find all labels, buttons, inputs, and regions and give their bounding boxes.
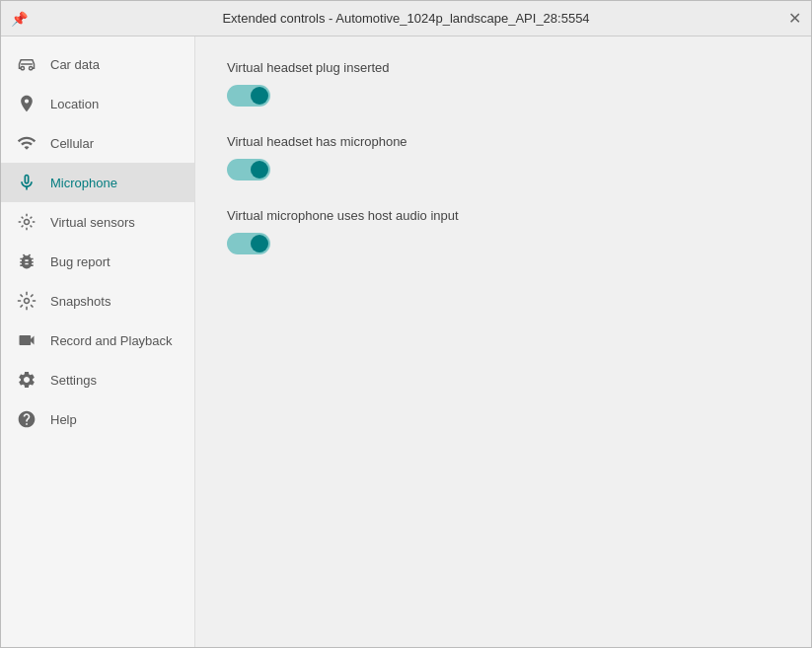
toggle-label-headset-plug: Virtual headset plug inserted <box>227 60 779 75</box>
window-title: Extended controls - Automotive_1024p_lan… <box>222 11 589 26</box>
car-icon <box>17 54 37 74</box>
toggle-track-headset-plug <box>227 85 270 107</box>
toggle-thumb-headset-mic <box>251 161 268 179</box>
sidebar: Car dataLocationCellularMicrophoneVirtua… <box>1 36 195 647</box>
main-window: 📌 Extended controls - Automotive_1024p_l… <box>0 0 812 648</box>
sidebar-label-bug-report: Bug report <box>50 254 111 269</box>
sidebar-label-car-data: Car data <box>50 57 100 72</box>
main-content: Virtual headset plug insertedVirtual hea… <box>195 36 811 647</box>
settings-icon <box>17 370 37 390</box>
content-area: Car dataLocationCellularMicrophoneVirtua… <box>1 36 811 647</box>
sidebar-item-help[interactable]: Help <box>1 399 194 439</box>
sidebar-label-location: Location <box>50 97 99 111</box>
toggle-switch-headset-mic[interactable] <box>227 159 270 180</box>
toggle-switch-headset-plug[interactable] <box>227 85 270 107</box>
sidebar-label-virtual-sensors: Virtual sensors <box>50 215 135 230</box>
microphone-icon <box>17 173 37 192</box>
toggle-thumb-headset-plug <box>251 87 268 105</box>
sidebar-label-help: Help <box>50 412 77 427</box>
toggle-row-headset-mic: Virtual headset has microphone <box>227 134 779 180</box>
close-button[interactable]: ✕ <box>788 11 801 27</box>
toggle-switch-host-audio[interactable] <box>227 233 270 254</box>
sidebar-item-record-playback[interactable]: Record and Playback <box>1 321 194 360</box>
snapshots-icon <box>17 291 37 311</box>
sidebar-item-virtual-sensors[interactable]: Virtual sensors <box>1 202 194 242</box>
pin-button[interactable]: 📌 <box>11 11 28 27</box>
toggle-row-headset-plug: Virtual headset plug inserted <box>227 60 779 107</box>
sidebar-item-car-data[interactable]: Car data <box>1 44 194 84</box>
svg-point-1 <box>30 67 33 70</box>
sidebar-item-bug-report[interactable]: Bug report <box>1 242 194 281</box>
toggle-thumb-host-audio <box>251 235 268 252</box>
svg-point-2 <box>25 220 30 225</box>
sidebar-label-record-playback: Record and Playback <box>50 333 173 348</box>
location-icon <box>17 94 37 113</box>
svg-point-3 <box>25 299 30 304</box>
sidebar-item-snapshots[interactable]: Snapshots <box>1 281 194 321</box>
toggle-row-host-audio: Virtual microphone uses host audio input <box>227 208 779 254</box>
sidebar-label-settings: Settings <box>50 373 97 388</box>
titlebar: 📌 Extended controls - Automotive_1024p_l… <box>1 1 811 36</box>
cellular-icon <box>17 133 37 153</box>
sidebar-item-location[interactable]: Location <box>1 84 194 123</box>
svg-point-0 <box>21 67 24 70</box>
sidebar-label-cellular: Cellular <box>50 136 94 151</box>
bug-icon <box>17 252 37 271</box>
toggle-track-host-audio <box>227 233 270 254</box>
sidebar-item-microphone[interactable]: Microphone <box>1 163 194 202</box>
help-icon <box>17 409 37 429</box>
record-icon <box>17 330 37 350</box>
toggle-label-headset-mic: Virtual headset has microphone <box>227 134 779 149</box>
virtual-sensors-icon <box>17 212 37 232</box>
toggle-track-headset-mic <box>227 159 270 180</box>
sidebar-label-snapshots: Snapshots <box>50 294 111 309</box>
toggle-label-host-audio: Virtual microphone uses host audio input <box>227 208 779 223</box>
sidebar-item-settings[interactable]: Settings <box>1 360 194 399</box>
sidebar-label-microphone: Microphone <box>50 176 117 190</box>
sidebar-item-cellular[interactable]: Cellular <box>1 123 194 163</box>
